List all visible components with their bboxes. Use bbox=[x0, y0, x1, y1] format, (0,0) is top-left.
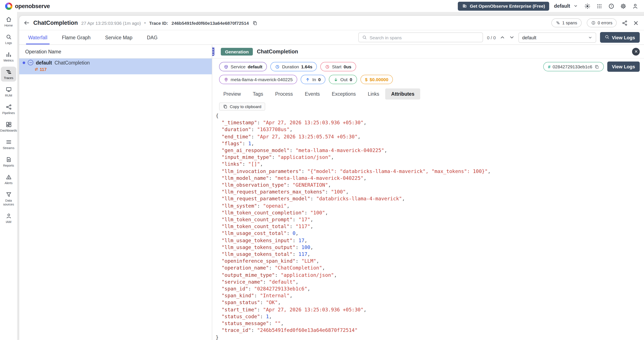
copy-trace-id-icon[interactable] bbox=[252, 20, 257, 26]
span-detail-panel: Generation ChatCompletion Service d bbox=[212, 45, 644, 340]
arrow-down-icon bbox=[334, 77, 338, 82]
splitter-grip[interactable] bbox=[212, 47, 214, 56]
view-logs-span-button[interactable]: View Logs bbox=[607, 62, 640, 72]
close-trace-icon[interactable] bbox=[633, 20, 639, 26]
home-icon bbox=[5, 16, 12, 23]
json-attribute-line: "flags": 1, bbox=[216, 140, 640, 147]
view-tab-service-map[interactable]: Service Map bbox=[98, 30, 140, 44]
copy-span-id-icon[interactable] bbox=[594, 64, 599, 69]
errors-count-label: 0 errors bbox=[598, 20, 612, 25]
json-attribute-line: "llm_usage_cost_total": 0, bbox=[216, 230, 640, 237]
topbar: openobserve Get OpenObserve Enterprise (… bbox=[0, 0, 644, 12]
view-logs-label: View Logs bbox=[612, 64, 635, 69]
detail-tab-events[interactable]: Events bbox=[299, 88, 326, 100]
next-match-button[interactable] bbox=[509, 34, 514, 40]
main: Home Logs Metrics Traces RUM Pipelines D… bbox=[0, 12, 644, 340]
json-attribute-line: "llm_token_count_prompt": "17", bbox=[216, 216, 640, 223]
detail-tab-links[interactable]: Links bbox=[362, 88, 385, 100]
org-selector[interactable]: default bbox=[554, 2, 579, 10]
sidebar-item-traces[interactable]: Traces bbox=[1, 67, 16, 82]
duration-chip-label: Duration bbox=[282, 64, 299, 69]
json-attribute-line: { bbox=[216, 112, 640, 119]
sidebar-item-rum[interactable]: RUM bbox=[1, 84, 16, 99]
sidebar-item-reports[interactable]: Reports bbox=[1, 154, 16, 169]
waterfall-panel: Operation Name default ChatCompletion 11… bbox=[19, 45, 212, 340]
report-icon bbox=[5, 156, 12, 163]
json-attribute-line: "llm_usage_tokens_input": 17, bbox=[216, 237, 640, 244]
trace-id-label: Trace ID: bbox=[149, 20, 168, 26]
detail-tab-label: Links bbox=[368, 92, 379, 96]
streams-icon bbox=[5, 139, 12, 145]
sidebar-item-logs[interactable]: Logs bbox=[1, 32, 16, 46]
span-meta-row-2: meta-llama-4-maverick-040225 In 0 Out 0 bbox=[212, 75, 644, 84]
json-attribute-line: "end_time": "Apr 27, 2026 13:25:05.574 +… bbox=[216, 133, 640, 140]
json-attribute-line: "trace_id": "246b5491fed0f60e13a64e6870f… bbox=[216, 327, 640, 334]
funnel-icon bbox=[5, 191, 12, 198]
json-attribute-line: "openinference_span_kind": "LLM", bbox=[216, 258, 640, 264]
help-icon[interactable]: ? bbox=[608, 2, 615, 10]
openobserve-logo-icon bbox=[5, 2, 12, 10]
sidebar-item-data-sources[interactable]: Data sources bbox=[1, 189, 16, 208]
detail-tab-process[interactable]: Process bbox=[269, 88, 299, 100]
attributes-json: { "_timestamp": "Apr 27, 2026 13:25:03.9… bbox=[216, 112, 644, 340]
sidebar-item-home[interactable]: Home bbox=[1, 14, 16, 29]
settings-icon[interactable] bbox=[620, 2, 627, 10]
service-chip: Service default bbox=[219, 62, 267, 71]
detail-tab-label: Events bbox=[305, 92, 320, 96]
sidebar-item-label: RUM bbox=[5, 94, 12, 98]
account-icon[interactable] bbox=[632, 2, 639, 10]
view-tab-label: Waterfall bbox=[28, 35, 48, 40]
span-id-chip: # 02842729133eb1c6 bbox=[543, 62, 604, 71]
view-tab-dag[interactable]: DAG bbox=[140, 30, 165, 44]
sidebar-item-iam[interactable]: IAM bbox=[1, 210, 16, 226]
sidebar-item-streams[interactable]: Streams bbox=[1, 137, 16, 152]
view-logs-button[interactable]: View Logs bbox=[600, 32, 640, 43]
start-chip-label: Start bbox=[332, 64, 342, 69]
span-tokens: 117 bbox=[23, 65, 209, 73]
theme-toggle-icon[interactable] bbox=[584, 2, 591, 10]
apps-grid-icon[interactable] bbox=[596, 2, 603, 10]
span-row[interactable]: default ChatCompletion 117 bbox=[19, 58, 212, 74]
detail-tab-preview[interactable]: Preview bbox=[217, 88, 247, 100]
detail-tab-exceptions[interactable]: Exceptions bbox=[326, 88, 362, 100]
sidebar-item-metrics[interactable]: Metrics bbox=[1, 49, 16, 64]
detail-tab-tags[interactable]: Tags bbox=[247, 88, 269, 100]
json-attribute-line: "status_message": "", bbox=[216, 320, 640, 327]
close-detail-button[interactable] bbox=[632, 48, 640, 55]
enterprise-button[interactable]: Get OpenObserve Enterprise (Free) bbox=[458, 2, 549, 10]
app: openobserve Get OpenObserve Enterprise (… bbox=[0, 0, 644, 340]
detail-tab-label: Process bbox=[275, 92, 293, 96]
sidebar-item-label: Logs bbox=[5, 41, 12, 45]
stream-selector[interactable]: default bbox=[518, 32, 596, 42]
match-count: 0 / 0 bbox=[487, 35, 496, 40]
view-tab-flame-graph[interactable]: Flame Graph bbox=[55, 30, 98, 44]
back-button[interactable] bbox=[24, 20, 30, 26]
alert-icon bbox=[5, 174, 12, 180]
view-tab-label: DAG bbox=[147, 35, 158, 40]
search-icon bbox=[605, 34, 610, 40]
search-icon bbox=[362, 34, 367, 41]
share-icon[interactable] bbox=[622, 20, 628, 26]
sidebar-item-label: Dashboards bbox=[0, 128, 17, 132]
span-detail-header: Generation ChatCompletion bbox=[212, 45, 644, 58]
tokens-in-chip: In 0 bbox=[301, 75, 326, 84]
sidebar-item-dashboards[interactable]: Dashboards bbox=[1, 119, 16, 134]
json-attribute-line: "llm_token_count_completion": "100", bbox=[216, 209, 640, 216]
tokens-value: 117 bbox=[40, 67, 46, 72]
view-tab-waterfall[interactable]: Waterfall bbox=[21, 30, 55, 44]
prev-match-button[interactable] bbox=[500, 34, 505, 40]
sidebar-item-label: Traces bbox=[4, 76, 13, 80]
brand[interactable]: openobserve bbox=[5, 2, 50, 10]
copy-to-clipboard-button[interactable]: Copy to clipboard bbox=[219, 102, 265, 111]
sidebar-item-alerts[interactable]: Alerts bbox=[1, 172, 16, 187]
sidebar-item-label: Home bbox=[4, 24, 12, 27]
span-kind-badge: Generation bbox=[221, 48, 253, 55]
json-attribute-line: "llm_usage_tokens_output": 100, bbox=[216, 244, 640, 251]
span-search-input[interactable] bbox=[370, 35, 479, 40]
json-attribute-line: "duration": "1637708us", bbox=[216, 126, 640, 133]
sidebar-item-pipelines[interactable]: Pipelines bbox=[1, 102, 16, 116]
span-id-value: 02842729133eb1c6 bbox=[552, 64, 592, 69]
detail-tab-attributes[interactable]: Attributes bbox=[385, 88, 420, 100]
person-icon bbox=[5, 213, 12, 219]
collapse-icon[interactable] bbox=[28, 60, 33, 65]
